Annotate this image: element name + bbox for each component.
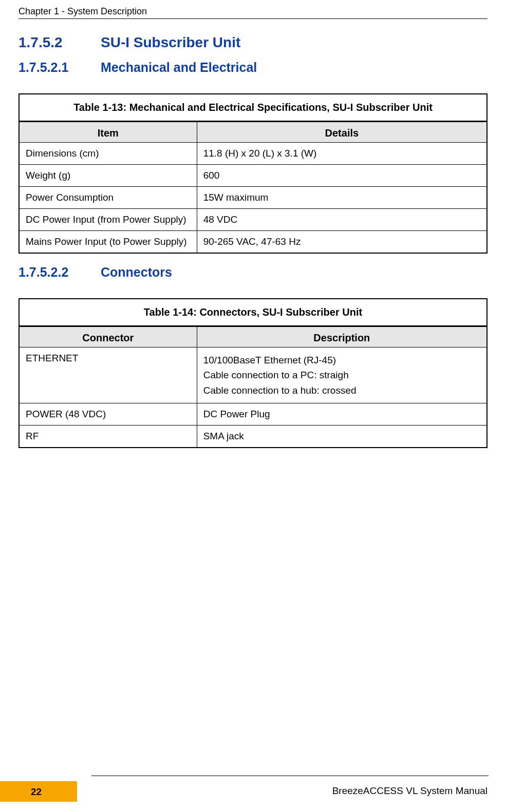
cell-item: Mains Power Input (to Power Supply) bbox=[19, 231, 197, 254]
heading-number: 1.7.5.2.2 bbox=[18, 265, 101, 280]
table-1-13: Table 1-13: Mechanical and Electrical Sp… bbox=[18, 93, 488, 254]
desc-line: 10/100BaseT Ethernet (RJ-45) bbox=[203, 353, 480, 368]
table-row: ETHERNET 10/100BaseT Ethernet (RJ-45) Ca… bbox=[19, 347, 487, 403]
footer-rule bbox=[91, 776, 489, 776]
cell-connector: ETHERNET bbox=[19, 347, 197, 403]
desc-line: Cable connection to a hub: crossed bbox=[203, 383, 480, 398]
table-row: Power Consumption 15W maximum bbox=[19, 187, 487, 209]
page-footer: 22 BreezeACCESS VL System Manual bbox=[0, 776, 506, 802]
table-row: Mains Power Input (to Power Supply) 90-2… bbox=[19, 231, 487, 254]
table-1-14: Table 1-14: Connectors, SU-I Subscriber … bbox=[18, 298, 488, 448]
cell-details: 48 VDC bbox=[197, 209, 487, 231]
heading-number: 1.7.5.2.1 bbox=[18, 60, 101, 75]
table-header-connector: Connector bbox=[19, 326, 197, 347]
table-row: Weight (g) 600 bbox=[19, 165, 487, 187]
cell-item: Weight (g) bbox=[19, 165, 197, 187]
cell-item: DC Power Input (from Power Supply) bbox=[19, 209, 197, 231]
heading-17521: 1.7.5.2.1Mechanical and Electrical bbox=[18, 60, 488, 75]
cell-details: 11.8 (H) x 20 (L) x 3.1 (W) bbox=[197, 143, 487, 165]
table-caption: Table 1-13: Mechanical and Electrical Sp… bbox=[18, 93, 488, 121]
heading-number: 1.7.5.2 bbox=[18, 34, 101, 51]
table-row: Dimensions (cm) 11.8 (H) x 20 (L) x 3.1 … bbox=[19, 143, 487, 165]
table-caption: Table 1-14: Connectors, SU-I Subscriber … bbox=[18, 298, 488, 326]
table-row: POWER (48 VDC) DC Power Plug bbox=[19, 403, 487, 426]
cell-details: 600 bbox=[197, 165, 487, 187]
heading-17522: 1.7.5.2.2Connectors bbox=[18, 265, 488, 280]
footer-title: BreezeACCESS VL System Manual bbox=[332, 785, 488, 797]
header-rule bbox=[18, 18, 488, 19]
cell-description: 10/100BaseT Ethernet (RJ-45) Cable conne… bbox=[197, 347, 487, 403]
running-header: Chapter 1 - System Description bbox=[18, 6, 488, 17]
cell-description: DC Power Plug bbox=[197, 403, 487, 426]
heading-text: SU-I Subscriber Unit bbox=[101, 34, 240, 50]
table-header-details: Details bbox=[197, 122, 487, 143]
table-row: DC Power Input (from Power Supply) 48 VD… bbox=[19, 209, 487, 231]
cell-item: Dimensions (cm) bbox=[19, 143, 197, 165]
cell-details: 90-265 VAC, 47-63 Hz bbox=[197, 231, 487, 254]
table-header-description: Description bbox=[197, 326, 487, 347]
table-header-item: Item bbox=[19, 122, 197, 143]
heading-text: Connectors bbox=[101, 265, 172, 279]
page-number: 22 bbox=[31, 786, 42, 798]
desc-line: Cable connection to a PC: straigh bbox=[203, 368, 480, 382]
table-row: RF SMA jack bbox=[19, 426, 487, 448]
cell-connector: RF bbox=[19, 426, 197, 448]
cell-item: Power Consumption bbox=[19, 187, 197, 209]
heading-1752: 1.7.5.2SU-I Subscriber Unit bbox=[18, 34, 488, 51]
cell-connector: POWER (48 VDC) bbox=[19, 403, 197, 426]
heading-text: Mechanical and Electrical bbox=[101, 60, 257, 74]
cell-description: SMA jack bbox=[197, 426, 487, 448]
cell-details: 15W maximum bbox=[197, 187, 487, 209]
